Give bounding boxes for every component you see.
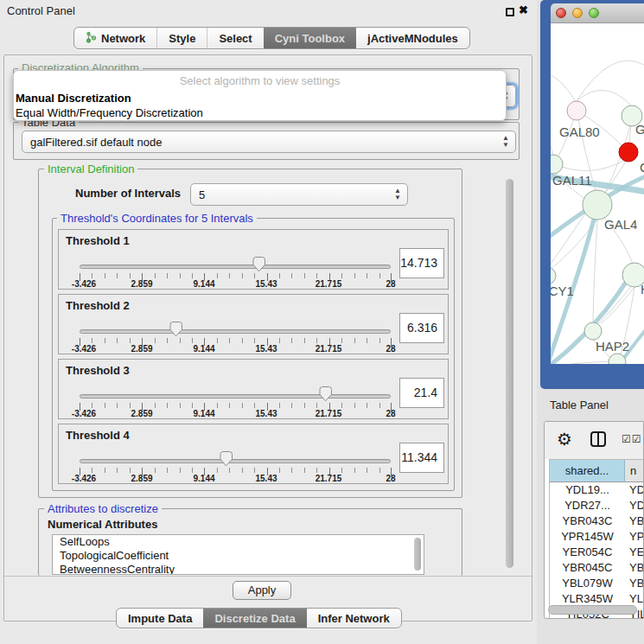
network-canvas[interactable]: GAL80 GA GAL11 GAL4 GCY1 H HAP2 C xyxy=(551,23,644,364)
tick-marks xyxy=(80,403,392,408)
control-panel: Control Panel ✖ Network Style Select Cyn… xyxy=(0,0,537,644)
table-row[interactable]: YPR145WYPR1 xyxy=(550,529,643,545)
dropdown-option-manual[interactable]: Manual Discretization xyxy=(14,91,506,105)
network-node-gal80[interactable] xyxy=(567,101,586,120)
number-of-intervals-label: Number of Intervals xyxy=(75,187,181,200)
column-header-shared-name[interactable]: shared... xyxy=(550,460,625,482)
tab-network[interactable]: Network xyxy=(74,28,156,48)
table-row[interactable]: YBR043CYBR0 xyxy=(550,513,643,529)
tick-label: 9.144 xyxy=(193,279,214,289)
select-columns-icon[interactable]: ☑☑ xyxy=(622,433,642,445)
bottom-tab-bar: Impute Data Discretize Data Infer Networ… xyxy=(116,608,402,628)
column-header-name[interactable]: n xyxy=(625,460,643,482)
threshold-4-value-field[interactable]: 11.344 xyxy=(399,443,444,473)
interval-definition-group: Interval Definition Number of Intervals … xyxy=(38,169,462,498)
tab-cyni-toolbox[interactable]: Cyni Toolbox xyxy=(264,28,356,48)
apply-button[interactable]: Apply xyxy=(233,581,291,600)
tick-label: 28 xyxy=(386,344,395,354)
list-item[interactable]: TopologicalCoefficient xyxy=(53,549,424,563)
close-icon[interactable]: ✖ xyxy=(519,3,528,16)
gear-icon[interactable]: ⚙ xyxy=(557,429,572,450)
panel-vertical-scrollbar[interactable] xyxy=(506,179,513,568)
table-row[interactable]: YDR27...YDR2 xyxy=(550,498,643,513)
close-traffic-light-icon[interactable] xyxy=(556,8,566,18)
node-label: GAL4 xyxy=(604,217,637,232)
minimize-traffic-light-icon[interactable] xyxy=(572,8,583,18)
tick-label: 9.144 xyxy=(193,409,214,418)
tab-select[interactable]: Select xyxy=(207,28,263,48)
dropdown-option-equal-width[interactable]: Equal Width/Frequency Discretization xyxy=(14,105,506,120)
split-columns-icon[interactable] xyxy=(590,430,607,448)
network-node-gcy1[interactable] xyxy=(551,267,556,284)
tick-label: 21.715 xyxy=(316,474,342,483)
tick-label: 15.43 xyxy=(255,474,277,483)
top-tab-bar: Network Style Select Cyni Toolbox jActiv… xyxy=(73,27,470,49)
threshold-2-label: Threshold 2 xyxy=(66,299,130,312)
table-horizontal-scrollbar[interactable] xyxy=(548,605,637,615)
threshold-4-slider-thumb[interactable] xyxy=(220,451,233,467)
threshold-3-slider-thumb[interactable] xyxy=(319,386,332,402)
node-label: H xyxy=(641,282,644,296)
network-node-bottom[interactable] xyxy=(609,354,626,364)
threshold-1-panel: Threshold 1 -3.426 2.859 9.144 15.43 21.… xyxy=(58,229,449,290)
threshold-2-value-field[interactable]: 6.316 xyxy=(399,313,444,343)
list-item[interactable]: SelfLoops xyxy=(53,535,424,549)
threshold-4-slider-track[interactable] xyxy=(80,459,391,463)
tab-infer-network[interactable]: Infer Network xyxy=(307,609,401,628)
threshold-2-slider-track[interactable] xyxy=(80,329,391,334)
tab-style[interactable]: Style xyxy=(156,28,207,48)
network-node-hap2[interactable] xyxy=(584,322,602,340)
threshold-2-slider-thumb[interactable] xyxy=(169,322,182,337)
list-scrollbar[interactable] xyxy=(414,538,421,571)
threshold-1-slider-thumb[interactable] xyxy=(252,257,265,272)
tab-network-label: Network xyxy=(101,32,145,45)
tick-marks xyxy=(80,273,392,278)
stepper-icon: ▲▼ xyxy=(394,188,401,201)
numerical-attributes-label: Numerical Attributes xyxy=(48,518,157,531)
zoom-traffic-light-icon[interactable] xyxy=(589,8,599,18)
network-node-gal11[interactable] xyxy=(551,155,563,174)
network-window-titlebar[interactable] xyxy=(551,3,644,23)
table-row[interactable]: YDL19...YDL1 xyxy=(550,482,643,498)
interval-definition-title: Interval Definition xyxy=(44,163,137,175)
table-row[interactable]: YBL079WYBL0 xyxy=(550,576,643,591)
tick-marks xyxy=(80,338,392,343)
tick-label: 21.715 xyxy=(316,409,342,418)
table-toolbar: ⚙ ☑☑ xyxy=(545,422,643,459)
threshold-1-slider-track[interactable] xyxy=(80,265,391,269)
tick-label: 9.144 xyxy=(193,474,214,483)
list-item[interactable]: BetweennessCentrality xyxy=(53,563,424,575)
threshold-3-panel: Threshold 3 -3.426 2.859 9.144 15.43 21.… xyxy=(58,359,449,419)
threshold-coordinates-group: Threshold's Coordinates for 5 Intervals … xyxy=(52,218,455,491)
tick-label: 28 xyxy=(386,474,395,483)
number-of-intervals-combobox[interactable]: 5 ▲▼ xyxy=(190,183,408,206)
float-window-icon[interactable] xyxy=(506,8,514,16)
tick-label: 21.715 xyxy=(316,279,342,289)
threshold-4-label: Threshold 4 xyxy=(66,429,130,442)
table-data-combobox[interactable]: galFiltered.sif default node ▲▼ xyxy=(22,131,516,153)
network-view-window: GAL80 GA GAL11 GAL4 GCY1 H HAP2 C xyxy=(540,0,644,389)
tick-label: -3.426 xyxy=(72,344,96,354)
numerical-attributes-list: SelfLoops TopologicalCoefficient Between… xyxy=(52,534,424,575)
tab-discretize-data[interactable]: Discretize Data xyxy=(203,609,306,628)
table-row[interactable]: YER054CYER0 xyxy=(550,545,643,560)
tick-label: 28 xyxy=(386,279,395,289)
table-panel-title: Table Panel xyxy=(550,399,609,411)
network-node-selected-red[interactable] xyxy=(619,143,638,162)
tick-label: 2.859 xyxy=(131,474,152,483)
tab-jactivemnodules[interactable]: jActiveMNodules xyxy=(356,28,469,48)
network-node-gal4[interactable] xyxy=(583,190,612,220)
node-label: GAL11 xyxy=(552,173,592,188)
tick-label: 28 xyxy=(386,409,395,418)
threshold-3-value-field[interactable]: 21.4 xyxy=(399,378,444,408)
tick-marks xyxy=(80,468,392,473)
tab-impute-data[interactable]: Impute Data xyxy=(117,609,203,628)
threshold-1-value-field[interactable]: 14.713 xyxy=(399,248,444,278)
threshold-3-slider-track[interactable] xyxy=(80,394,391,399)
cyni-toolbox-panel: Discretization Algorithm ▲▼ Select algor… xyxy=(3,54,532,622)
tick-label: -3.426 xyxy=(72,279,96,289)
number-of-intervals-value: 5 xyxy=(199,188,205,201)
panel-title: Control Panel xyxy=(7,4,75,17)
table-row[interactable]: YBR045CYBR0 xyxy=(550,560,643,576)
network-icon xyxy=(86,31,97,46)
